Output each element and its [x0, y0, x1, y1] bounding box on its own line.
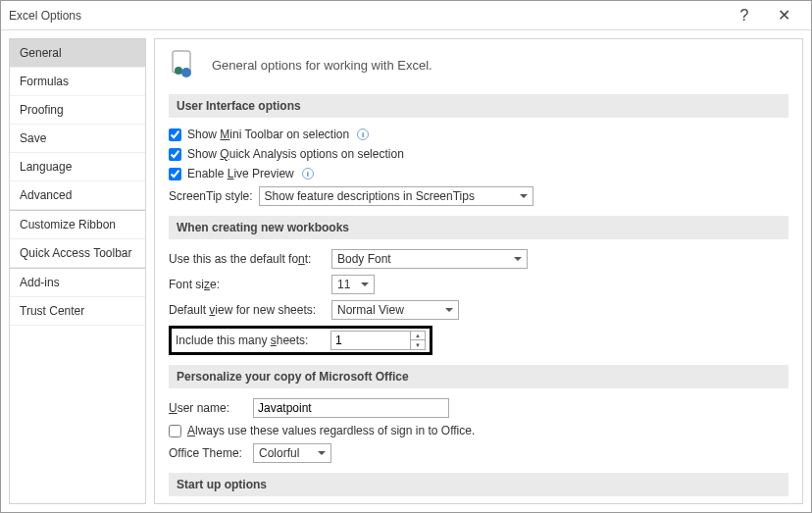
default-view-value: Normal View [337, 303, 404, 317]
close-icon: ✕ [778, 6, 790, 25]
enable-live-preview-checkbox[interactable] [169, 168, 181, 180]
help-icon: ? [740, 7, 749, 25]
dialog-body: General Formulas Proofing Save Language … [1, 30, 811, 512]
always-use-values-checkbox[interactable] [169, 425, 181, 437]
show-quick-analysis-label: Show Quick Analysis options on selection [187, 147, 404, 161]
dialog-title: Excel Options [9, 9, 725, 23]
general-options-icon [169, 49, 200, 80]
username-input[interactable] [253, 398, 449, 418]
sidebar-item-formulas[interactable]: Formulas [10, 68, 145, 96]
spinner-up-button[interactable]: ▲ [411, 332, 425, 340]
sidebar: General Formulas Proofing Save Language … [9, 38, 146, 504]
svg-point-2 [181, 68, 191, 77]
info-icon[interactable]: i [302, 168, 314, 180]
include-sheets-input[interactable] [331, 332, 410, 349]
sidebar-item-trust-center[interactable]: Trust Center [10, 297, 145, 326]
screentip-style-value: Show feature descriptions in ScreenTips [265, 189, 475, 203]
content-panel: General options for working with Excel. … [154, 38, 803, 504]
sidebar-item-add-ins[interactable]: Add-ins [10, 268, 145, 297]
screentip-style-dropdown[interactable]: Show feature descriptions in ScreenTips [259, 186, 533, 206]
always-use-values-label: Always use these values regardless of si… [187, 424, 475, 437]
section-startup: Start up options [169, 473, 788, 496]
font-size-label: Font size: [169, 278, 326, 291]
section-personalize: Personalize your copy of Microsoft Offic… [169, 365, 788, 388]
office-theme-value: Colorful [259, 446, 299, 460]
font-size-dropdown[interactable]: 11 [331, 275, 375, 294]
include-sheets-spinner[interactable]: ▲ ▼ [330, 331, 426, 350]
enable-live-preview-label: Enable Live Preview [187, 167, 294, 180]
show-quick-analysis-checkbox[interactable] [169, 148, 181, 161]
sidebar-item-general[interactable]: General [10, 39, 145, 68]
page-heading: General options for working with Excel. [169, 49, 788, 80]
spinner-down-button[interactable]: ▼ [411, 340, 425, 349]
default-font-label: Use this as the default font: [169, 252, 326, 266]
office-theme-dropdown[interactable]: Colorful [253, 443, 331, 463]
titlebar: Excel Options ? ✕ [1, 1, 811, 30]
include-sheets-label: Include this many sheets: [176, 333, 323, 347]
default-font-value: Body Font [337, 252, 391, 266]
svg-point-1 [175, 67, 182, 75]
sidebar-item-advanced[interactable]: Advanced [10, 181, 145, 210]
section-new-workbooks: When creating new workbooks [169, 216, 788, 239]
close-button[interactable]: ✕ [764, 2, 803, 29]
default-view-label: Default view for new sheets: [169, 303, 326, 317]
sidebar-item-proofing[interactable]: Proofing [10, 96, 145, 125]
show-mini-toolbar-checkbox[interactable] [169, 128, 181, 141]
help-button[interactable]: ? [725, 2, 764, 29]
default-view-dropdown[interactable]: Normal View [331, 300, 459, 320]
office-theme-label: Office Theme: [169, 446, 247, 460]
sidebar-item-save[interactable]: Save [10, 125, 145, 153]
show-mini-toolbar-label: Show Mini Toolbar on selection [187, 128, 349, 141]
excel-options-dialog: Excel Options ? ✕ General Formulas Proof… [0, 0, 812, 513]
username-label: User name: [169, 401, 247, 415]
sidebar-item-language[interactable]: Language [10, 153, 145, 181]
section-ui-options: User Interface options [169, 94, 788, 118]
screentip-style-label: ScreenTip style: [169, 189, 253, 203]
include-sheets-highlight: Include this many sheets: ▲ ▼ [169, 326, 432, 355]
font-size-value: 11 [337, 278, 350, 291]
sidebar-item-quick-access-toolbar[interactable]: Quick Access Toolbar [10, 239, 145, 268]
page-heading-text: General options for working with Excel. [212, 58, 432, 73]
default-font-dropdown[interactable]: Body Font [331, 249, 528, 269]
sidebar-item-customize-ribbon[interactable]: Customize Ribbon [10, 210, 145, 239]
info-icon[interactable]: i [357, 128, 369, 140]
